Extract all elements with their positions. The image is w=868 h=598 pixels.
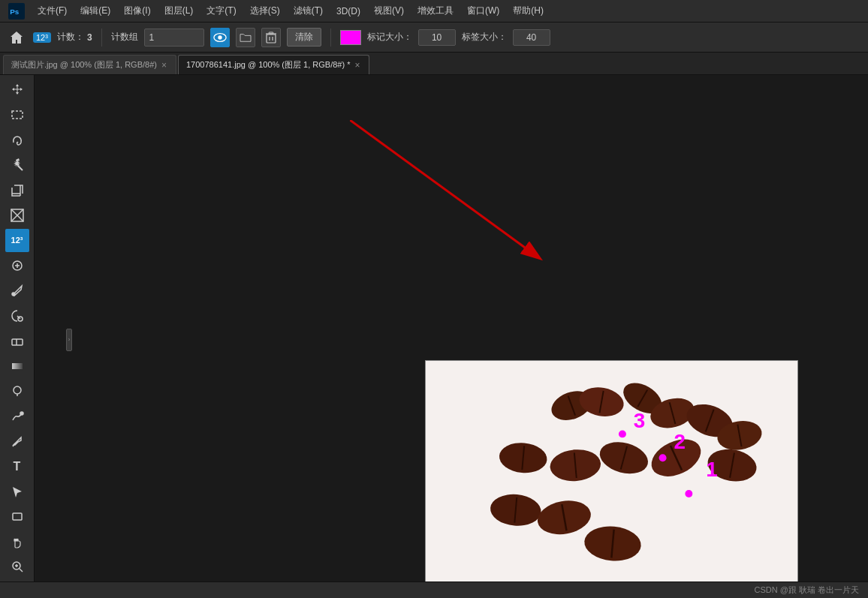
- tab-2-label: 1700786141.jpg @ 100% (图层 1, RGB/8#) *: [186, 59, 350, 71]
- tabbar: 测试图片.jpg @ 100% (图层 1, RGB/8#) × 1700786…: [0, 53, 868, 75]
- menu-view[interactable]: 视图(V): [368, 2, 410, 20]
- tool-crop[interactable]: [5, 179, 29, 202]
- tool-gradient[interactable]: [5, 354, 29, 377]
- main-area: 12³: [0, 75, 868, 581]
- tool-brush[interactable]: [5, 279, 29, 302]
- statusbar: CSDN @跟 耿瑞 卷出一片天: [0, 581, 868, 598]
- svg-rect-22: [12, 339, 23, 345]
- tool-eyedropper[interactable]: [5, 203, 29, 227]
- text-tool-symbol: T: [14, 460, 21, 473]
- svg-text:1: 1: [706, 458, 717, 481]
- image-canvas[interactable]: 3 2 1: [425, 360, 798, 581]
- menu-layer[interactable]: 图层(L): [158, 2, 200, 20]
- menu-window[interactable]: 窗口(W): [461, 2, 505, 20]
- coffee-beans-image: 3 2 1: [426, 361, 797, 581]
- menu-edit[interactable]: 编辑(E): [74, 2, 116, 20]
- tab-2-close[interactable]: ×: [354, 61, 360, 70]
- svg-rect-24: [12, 363, 23, 369]
- trash-button[interactable]: [261, 28, 281, 47]
- menu-tools[interactable]: 增效工具: [411, 2, 460, 20]
- tab-1-label: 测试图片.jpg @ 100% (图层 1, RGB/8#): [11, 59, 157, 71]
- count-tool-symbol: 12³: [11, 236, 23, 245]
- svg-text:2: 2: [674, 430, 685, 453]
- separator-2: [330, 29, 331, 47]
- tool-text[interactable]: T: [5, 455, 29, 478]
- tool-hand[interactable]: [5, 530, 29, 553]
- optionsbar: 12³ 计数： 3 计数组 1 2 3 清除 标记大小： 标签大小：: [0, 23, 868, 53]
- left-toolbar: 12³: [0, 75, 35, 581]
- svg-rect-29: [13, 513, 22, 520]
- mark-size-input[interactable]: [418, 29, 456, 46]
- clear-button[interactable]: 清除: [287, 28, 321, 47]
- folder-button[interactable]: [236, 28, 255, 47]
- menu-filter[interactable]: 滤镜(T): [288, 2, 329, 20]
- svg-point-27: [20, 412, 23, 415]
- svg-text:3: 3: [634, 409, 645, 432]
- visibility-button[interactable]: [210, 28, 230, 47]
- svg-rect-4: [267, 35, 276, 43]
- tag-size-label: 标签大小：: [462, 31, 507, 44]
- mark-size-label: 标记大小：: [367, 31, 412, 44]
- svg-line-31: [20, 569, 23, 572]
- svg-line-10: [18, 166, 23, 170]
- tool-eraser[interactable]: [5, 329, 29, 353]
- tool-dodge[interactable]: [5, 379, 29, 402]
- ps-logo: Ps: [6, 1, 27, 22]
- tool-shape[interactable]: [5, 505, 29, 528]
- svg-rect-9: [12, 111, 23, 119]
- menu-image[interactable]: 图像(I): [118, 2, 156, 20]
- group-label: 计数组: [111, 31, 138, 44]
- toolbar-collapse-handle[interactable]: ›: [66, 329, 72, 351]
- color-swatch[interactable]: [340, 30, 361, 45]
- svg-text:Ps: Ps: [10, 8, 20, 16]
- statusbar-text: CSDN @跟 耿瑞 卷出一片天: [754, 584, 859, 596]
- separator-1: [101, 29, 102, 47]
- menu-help[interactable]: 帮助(H): [507, 2, 550, 20]
- tool-magic-wand[interactable]: [5, 153, 29, 176]
- menu-select[interactable]: 选择(S): [244, 2, 286, 20]
- tool-move[interactable]: [5, 78, 29, 101]
- tab-1[interactable]: 测试图片.jpg @ 100% (图层 1, RGB/8#) ×: [3, 55, 176, 74]
- tool-path-select[interactable]: [5, 479, 29, 503]
- count-tool-badge: 12³: [33, 32, 51, 43]
- canvas-area[interactable]: 3 2 1 ›: [35, 75, 868, 581]
- tool-lasso[interactable]: [5, 128, 29, 152]
- svg-point-3: [218, 35, 222, 39]
- tag-size-input[interactable]: [513, 29, 550, 46]
- annotation-arrow: [350, 120, 575, 270]
- tab-1-close[interactable]: ×: [161, 61, 167, 70]
- svg-point-67: [659, 454, 667, 461]
- tool-marquee[interactable]: [5, 103, 29, 126]
- menu-file[interactable]: 文件(F): [32, 2, 73, 20]
- count-value: 3: [87, 32, 92, 43]
- svg-point-69: [685, 490, 692, 497]
- tool-smudge[interactable]: [5, 404, 29, 428]
- tool-count[interactable]: 12³: [5, 229, 29, 252]
- tool-zoom[interactable]: [5, 555, 29, 578]
- tool-pen[interactable]: [5, 429, 29, 452]
- menubar: Ps 文件(F) 编辑(E) 图像(I) 图层(L) 文字(T) 选择(S) 滤…: [0, 0, 868, 23]
- menu-text[interactable]: 文字(T): [200, 2, 242, 20]
- menu-3d[interactable]: 3D(D): [330, 3, 366, 20]
- svg-line-35: [350, 120, 530, 251]
- count-label: 计数：: [57, 31, 84, 44]
- tool-clone-stamp[interactable]: [5, 304, 29, 327]
- svg-point-25: [14, 386, 21, 394]
- group-select[interactable]: 1 2 3: [144, 29, 204, 47]
- tool-healing[interactable]: [5, 254, 29, 277]
- svg-rect-8: [269, 32, 273, 34]
- svg-point-65: [619, 430, 626, 437]
- tab-2[interactable]: 1700786141.jpg @ 100% (图层 1, RGB/8#) * ×: [178, 55, 369, 74]
- home-button[interactable]: [6, 27, 27, 48]
- svg-point-19: [12, 293, 15, 296]
